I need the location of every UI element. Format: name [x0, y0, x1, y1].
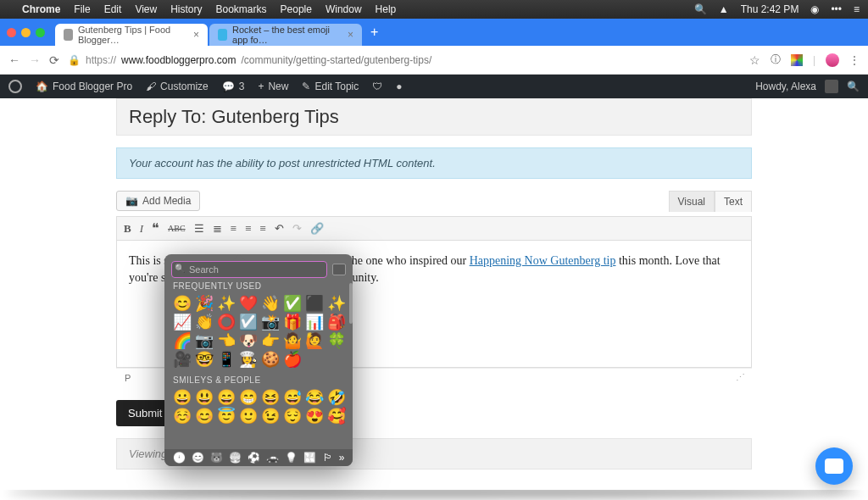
forward-button[interactable]: →: [29, 53, 41, 67]
bookmark-icon[interactable]: ☆: [749, 53, 760, 67]
minimize-window-button[interactable]: [21, 28, 31, 37]
undo-button[interactable]: ↶: [275, 222, 284, 236]
cat-more-icon[interactable]: »: [339, 452, 345, 464]
wp-comments[interactable]: 💬 3: [222, 81, 245, 92]
strike-button[interactable]: ABC: [168, 224, 186, 233]
emoji-cell[interactable]: 😇: [217, 408, 236, 424]
align-center-button[interactable]: ≡: [245, 222, 251, 236]
wp-shield-icon[interactable]: 🛡: [372, 81, 382, 92]
emoji-cell[interactable]: ✨: [327, 296, 346, 311]
emoji-cell[interactable]: 👩‍🍳: [239, 352, 258, 367]
emoji-cell[interactable]: 😊: [173, 296, 192, 311]
intercom-launcher[interactable]: [815, 447, 853, 485]
menubar-help[interactable]: Help: [376, 3, 397, 15]
emoji-cell[interactable]: 😂: [305, 390, 324, 405]
emoji-cell[interactable]: 🤷: [283, 333, 302, 348]
emoji-cell[interactable]: 🙋: [305, 333, 324, 348]
emoji-cell[interactable]: 👏: [195, 314, 214, 330]
emoji-search-input[interactable]: [171, 261, 327, 278]
emoji-cell[interactable]: 🐶: [239, 333, 258, 348]
cat-activity-icon[interactable]: ⚽: [248, 452, 260, 464]
chrome-menu-icon[interactable]: ⋮: [849, 54, 860, 66]
emoji-cell[interactable]: 😀: [173, 390, 192, 405]
profile-avatar[interactable]: [826, 53, 839, 67]
link-button[interactable]: 🔗: [310, 222, 324, 236]
menubar-window[interactable]: Window: [326, 3, 362, 15]
search-icon[interactable]: 🔍: [847, 81, 860, 92]
italic-button[interactable]: I: [140, 222, 143, 236]
scrollbar-thumb[interactable]: [349, 283, 353, 324]
emoji-cell[interactable]: 🎥: [173, 352, 192, 367]
close-window-button[interactable]: [7, 28, 16, 37]
emoji-cell[interactable]: 🍎: [283, 352, 302, 367]
tab-close-icon[interactable]: ×: [348, 29, 353, 41]
emoji-cell[interactable]: 🤓: [195, 352, 214, 367]
emoji-cell[interactable]: ✨: [217, 296, 236, 311]
menubar-history[interactable]: History: [170, 3, 202, 15]
emoji-cell[interactable]: 🎁: [283, 314, 302, 330]
new-tab-button[interactable]: +: [370, 25, 378, 40]
menubar-file[interactable]: File: [74, 3, 90, 15]
emoji-cell[interactable]: 🍀: [327, 333, 346, 348]
cat-symbols-icon[interactable]: 🔣: [303, 452, 316, 464]
emoji-cell[interactable]: 😉: [261, 408, 280, 424]
blockquote-button[interactable]: ❝: [152, 220, 159, 236]
number-list-button[interactable]: ≣: [213, 222, 222, 236]
emoji-cell[interactable]: 🎒: [327, 314, 346, 330]
emoji-cell[interactable]: 📈: [173, 314, 192, 330]
avatar[interactable]: [825, 80, 838, 93]
wp-customize[interactable]: 🖌 Customize: [146, 81, 209, 92]
emoji-cell[interactable]: 🍪: [261, 352, 280, 367]
back-button[interactable]: ←: [8, 53, 20, 67]
siri-icon[interactable]: ◉: [810, 3, 819, 15]
wp-edit-topic[interactable]: ✎ Edit Topic: [302, 81, 359, 92]
emoji-cell[interactable]: 🤣: [327, 390, 346, 405]
emoji-cell[interactable]: 🙂: [239, 408, 258, 424]
tab-close-icon[interactable]: ×: [193, 29, 199, 41]
list-icon[interactable]: ≡: [854, 3, 860, 15]
emoji-cell[interactable]: 😃: [195, 390, 214, 405]
emoji-cell[interactable]: 😅: [283, 390, 302, 405]
emoji-scroll[interactable]: FREQUENTLY USED 😊🎉✨❤️👋✅⬛✨📈👏⭕☑️📸🎁📊🎒🌈📷👈🐶👉🤷…: [164, 280, 349, 449]
picker-toggle-icon[interactable]: [332, 264, 346, 275]
clock[interactable]: Thu 2:42 PM: [741, 3, 799, 15]
cat-objects-icon[interactable]: 💡: [285, 452, 298, 464]
cat-animals-icon[interactable]: 🐻: [210, 452, 223, 464]
tab-visual[interactable]: Visual: [669, 191, 715, 212]
emoji-cell[interactable]: ⬛: [305, 296, 324, 311]
emoji-cell[interactable]: 👋: [261, 296, 280, 311]
emoji-cell[interactable]: 📱: [217, 352, 236, 367]
info-icon[interactable]: ⓘ: [771, 53, 781, 67]
wp-howdy[interactable]: Howdy, Alexa: [755, 81, 816, 92]
emoji-cell[interactable]: 😊: [195, 408, 214, 424]
emoji-cell[interactable]: 👈: [217, 333, 236, 348]
emoji-cell[interactable]: 😁: [239, 390, 258, 405]
resize-handle-icon[interactable]: ⋰: [736, 372, 743, 383]
emoji-cell[interactable]: 🥰: [327, 408, 346, 424]
cat-food-icon[interactable]: 🍔: [229, 452, 242, 464]
emoji-cell[interactable]: 📊: [305, 314, 324, 330]
wordpress-icon[interactable]: [8, 80, 22, 93]
bold-button[interactable]: B: [124, 222, 131, 236]
wp-dot-icon[interactable]: ●: [396, 81, 402, 92]
emoji-cell[interactable]: 📷: [195, 333, 214, 348]
redo-button[interactable]: ↷: [292, 222, 302, 236]
align-left-button[interactable]: ≡: [231, 222, 236, 236]
menubar-view[interactable]: View: [135, 3, 157, 15]
emoji-cell[interactable]: ❤️: [239, 296, 258, 311]
spotlight-icon[interactable]: 🔍: [694, 3, 707, 15]
wifi-icon[interactable]: ▲: [719, 3, 729, 15]
menubar-edit[interactable]: Edit: [104, 3, 122, 15]
cat-smileys-icon[interactable]: 😊: [192, 452, 204, 464]
emoji-cell[interactable]: 😌: [283, 408, 302, 424]
emoji-cell[interactable]: 😍: [305, 408, 324, 424]
emoji-cell[interactable]: ✅: [283, 296, 302, 311]
emoji-cell[interactable]: ☑️: [239, 314, 258, 330]
menubar-bookmarks[interactable]: Bookmarks: [216, 3, 267, 15]
extension-icon[interactable]: [791, 54, 803, 66]
emoji-cell[interactable]: 😆: [261, 390, 280, 405]
zoom-window-button[interactable]: [36, 28, 45, 37]
menu-extras-icon[interactable]: •••: [831, 3, 842, 15]
cat-flags-icon[interactable]: 🏳: [323, 452, 333, 464]
browser-tab-active[interactable]: Gutenberg Tips | Food Blogger… ×: [55, 24, 208, 46]
